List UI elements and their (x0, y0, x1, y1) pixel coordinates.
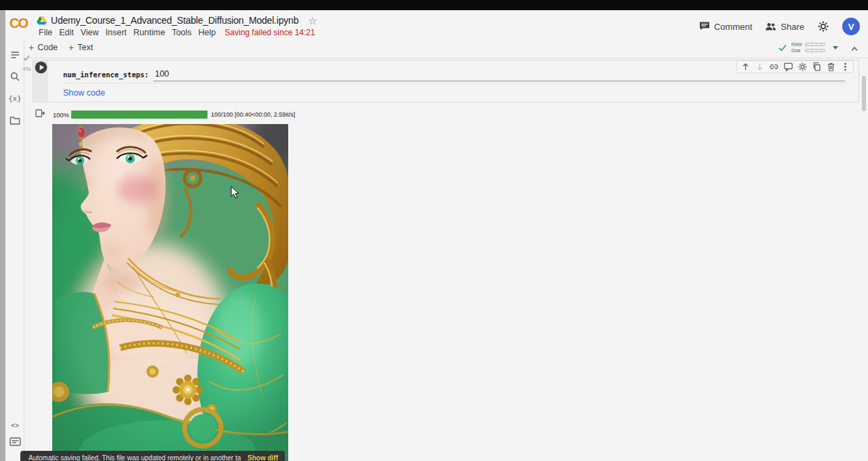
disk-label: Disk (791, 48, 802, 53)
notebook-toolbar: + Code + Text RAM Disk (5, 40, 868, 58)
delete-cell-trash-icon[interactable] (825, 62, 837, 73)
variables-icon[interactable]: {x} (9, 92, 21, 104)
progress-percent: 100% (53, 111, 70, 119)
title-row: Udemy_Course_1_Advanced_Stable_Diffusion… (37, 14, 317, 26)
show-diff-link[interactable]: Show diff (248, 454, 278, 461)
copy-link-to-cell-button[interactable] (768, 62, 780, 73)
share-icon (765, 22, 776, 31)
chevron-down-icon[interactable] (833, 46, 838, 49)
cell-settings-gear-icon[interactable] (796, 62, 808, 73)
ram-label: RAM (791, 42, 802, 47)
menu-bar: File Edit View Insert Runtime Tools Help… (35, 28, 315, 37)
form-field-row: num_inference_steps: (63, 66, 845, 81)
menu-edit[interactable]: Edit (56, 28, 77, 37)
notebook-title[interactable]: Udemy_Course_1_Advanced_Stable_Diffusion… (51, 15, 298, 26)
header: CO Udemy_Course_1_Advanced_Stable_Diffus… (5, 10, 868, 40)
comment-label: Comment (714, 22, 752, 32)
run-cell-button[interactable] (35, 61, 47, 74)
plus-icon: + (28, 43, 34, 52)
table-of-contents-icon[interactable] (9, 49, 21, 61)
settings-button[interactable] (817, 20, 829, 33)
plus-icon: + (68, 43, 74, 52)
menu-tools[interactable]: Tools (168, 28, 195, 37)
check-icon (778, 44, 787, 52)
saving-status[interactable]: Saving failed since 14:21 (224, 28, 315, 37)
progress-track (71, 111, 208, 119)
form-divider (62, 83, 849, 83)
add-text-label: Text (77, 43, 93, 52)
window-left-edge (0, 10, 5, 461)
cell-toolbar (736, 60, 854, 73)
left-sidebar: {x} <> (5, 41, 24, 461)
menu-help[interactable]: Help (195, 28, 220, 37)
vertical-scrollbar-thumb[interactable] (862, 76, 866, 111)
terminal-icon[interactable] (9, 435, 21, 447)
snackbar-message: Automatic saving failed. This file was u… (28, 454, 241, 461)
star-icon[interactable]: ☆ (308, 16, 317, 26)
resource-gauges: RAM Disk (791, 42, 825, 53)
settings-gear-icon (817, 20, 829, 33)
comment-icon (699, 22, 710, 31)
colab-app: CO Udemy_Course_1_Advanced_Stable_Diffus… (0, 0, 868, 461)
disk-gauge (805, 49, 825, 52)
avatar[interactable]: V (842, 18, 860, 35)
search-icon[interactable] (9, 71, 21, 83)
collapse-header-button[interactable] (849, 43, 860, 54)
add-text-button[interactable]: + Text (68, 43, 93, 52)
mirror-cell-copy-icon[interactable] (810, 62, 823, 73)
window-top-bar (0, 0, 868, 10)
files-icon[interactable] (9, 114, 21, 126)
move-cell-up-button[interactable] (739, 62, 751, 73)
menu-view[interactable]: View (77, 28, 102, 37)
cell-executed-check-icon (23, 55, 30, 61)
add-comment-icon[interactable] (782, 62, 794, 73)
header-actions: Comment Share (699, 18, 860, 35)
form-field-label: num_inference_steps: (63, 71, 149, 81)
add-code-label: Code (37, 43, 58, 52)
drive-icon (37, 16, 47, 25)
add-cell-buttons: + Code + Text (28, 43, 93, 52)
move-cell-down-button[interactable] (753, 62, 766, 73)
cell-execution-time: 45s (22, 66, 31, 72)
code-snippets-icon[interactable]: <> (9, 419, 21, 431)
add-code-button[interactable]: + Code (28, 43, 58, 52)
more-options-icon[interactable] (839, 62, 851, 73)
code-cell: num_inference_steps: Show code (33, 60, 859, 102)
colab-logo[interactable]: CO (9, 16, 27, 31)
progress-fill (71, 111, 208, 119)
menu-runtime[interactable]: Runtime (130, 28, 169, 37)
ram-gauge (805, 43, 825, 46)
comment-button[interactable]: Comment (699, 22, 752, 32)
resources-widget[interactable]: RAM Disk (778, 42, 838, 53)
generated-image-output (52, 124, 288, 461)
tqdm-progress: 100% 100/100 [00:40<00:00, 2.59it/s] (53, 111, 295, 119)
share-label: Share (781, 22, 804, 32)
snackbar: Automatic saving failed. This file was u… (20, 451, 285, 461)
menu-file[interactable]: File (35, 28, 56, 37)
share-button[interactable]: Share (765, 22, 804, 32)
show-code-link[interactable]: Show code (63, 88, 105, 98)
progress-stats: 100/100 [00:40<00:00, 2.59it/s] (211, 111, 295, 118)
output-expand-icon[interactable] (35, 108, 45, 118)
menu-insert[interactable]: Insert (102, 28, 130, 37)
